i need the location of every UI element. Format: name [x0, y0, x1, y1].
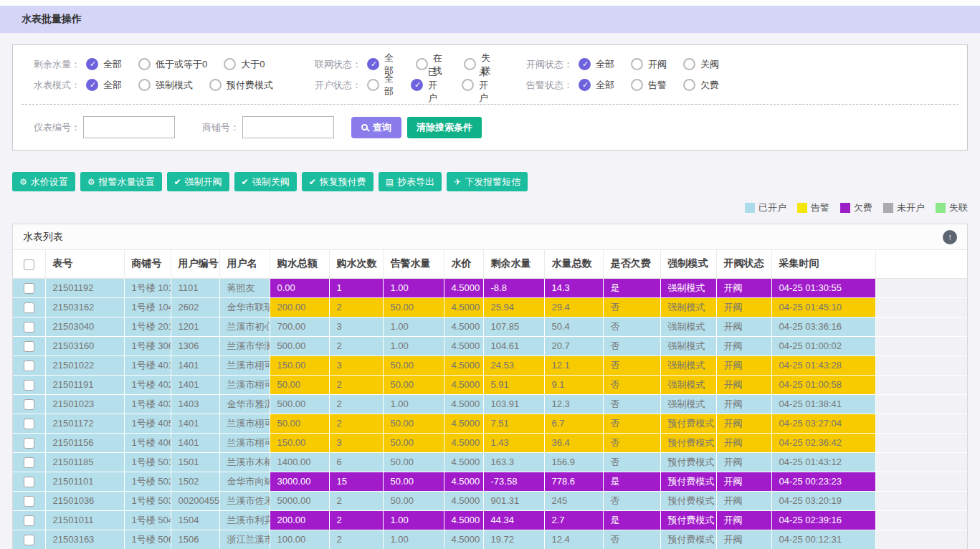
check-icon: ✔: [174, 177, 181, 187]
clear-search-button[interactable]: 清除搜索条件: [407, 117, 482, 138]
row-checkbox[interactable]: [24, 341, 34, 352]
cell-price: 4.5000: [444, 297, 483, 317]
radio-option-告警[interactable]: 告警: [631, 79, 667, 92]
table-row: 215010111号楼 5041504兰溪市利宾工200.0021.004.50…: [13, 510, 967, 530]
row-checkbox[interactable]: [24, 515, 34, 526]
cell-arrears: 否: [603, 394, 660, 414]
meter-export-button[interactable]: ▤抄表导出: [379, 172, 442, 191]
cell-alarm-volume: 1.00: [383, 336, 444, 355]
cell-arrears: 否: [603, 491, 660, 510]
cell-shop-no: 1号楼 502: [124, 472, 171, 491]
cell-total-volume: 778.6: [544, 472, 603, 491]
row-checkbox[interactable]: [24, 399, 34, 410]
table-row: 215010361号楼 50300200455兰溪市佐禾饭5000.00250.…: [13, 491, 967, 510]
cell-empty: [875, 375, 967, 394]
cell-user-name: 金华市雅淇工: [219, 394, 270, 414]
radio-unchecked-icon: [631, 58, 643, 70]
arrow-up-icon: ↑: [948, 232, 952, 242]
cell-alarm-volume: 50.00: [383, 472, 444, 491]
query-button[interactable]: 查询: [351, 117, 401, 138]
radio-option-未开户[interactable]: 未开户: [462, 66, 496, 105]
cell-purchase-count: 3: [329, 433, 383, 452]
radio-option-全部[interactable]: 全部: [367, 72, 394, 98]
radio-option-已开户[interactable]: 已开户: [411, 66, 445, 105]
send-alarm-sms-button[interactable]: ✈下发报警短信: [447, 172, 528, 191]
cell-purchase-total: 0.00: [270, 278, 329, 297]
radio-option-全部[interactable]: 全部: [86, 58, 122, 71]
radio-option-全部[interactable]: 全部: [579, 79, 614, 92]
radio-option-低于或等于0[interactable]: 低于或等于0: [138, 58, 207, 71]
shop-no-input[interactable]: [242, 116, 334, 138]
row-checkbox[interactable]: [24, 496, 34, 507]
cell-user-no: 1101: [171, 278, 219, 297]
cell-alarm-volume: 1.00: [383, 510, 444, 530]
row-checkbox[interactable]: [24, 457, 34, 468]
cell-arrears: 否: [603, 375, 660, 394]
force-open-valve-button[interactable]: ✔强制开阀: [167, 172, 229, 191]
row-checkbox[interactable]: [24, 361, 34, 371]
restore-prepaid-button[interactable]: ✔恢复预付费: [302, 172, 374, 191]
cell-total-volume: 12.3: [544, 394, 603, 414]
radio-checked-icon: [411, 79, 423, 91]
cell-alarm-volume: 50.00: [383, 355, 444, 375]
cell-arrears: 否: [603, 336, 660, 355]
row-checkbox[interactable]: [24, 419, 34, 429]
cell-valve-status: 开阀: [716, 452, 771, 472]
cell-purchase-total: 5000.00: [270, 491, 329, 510]
filter-group: 水表模式：全部强制模式预付费模式: [20, 79, 301, 92]
radio-option-强制模式[interactable]: 强制模式: [138, 79, 193, 92]
cell-empty: [875, 433, 967, 452]
row-checkbox[interactable]: [24, 535, 34, 545]
row-checkbox[interactable]: [24, 380, 34, 391]
filter-panel: 剩余水量：全部低于或等于0大于0联网状态：全部在线失联开阀状态：全部开阀关阀水表…: [12, 44, 968, 151]
row-checkbox-cell: [13, 375, 45, 394]
cell-valve-status: 开阀: [716, 510, 771, 530]
column-header-meter-no: 表号: [45, 250, 124, 278]
radio-option-关阀[interactable]: 关阀: [683, 58, 719, 71]
cell-alarm-volume: 50.00: [383, 491, 444, 510]
alarm-volume-settings-button[interactable]: ⚙报警水量设置: [80, 172, 162, 191]
legend-label: 欠费: [854, 201, 872, 214]
cell-empty: [875, 530, 967, 549]
query-button-label: 查询: [373, 121, 391, 134]
radio-option-预付费模式[interactable]: 预付费模式: [209, 79, 273, 92]
cell-purchase-count: 2: [329, 530, 383, 549]
cell-total-volume: 156.9: [544, 452, 603, 472]
radio-option-大于0[interactable]: 大于0: [224, 58, 265, 71]
row-checkbox[interactable]: [24, 322, 34, 333]
select-all-header-cell: [13, 250, 45, 278]
cell-collect-time: 04-25 00:23:23: [771, 472, 875, 491]
row-checkbox[interactable]: [24, 477, 34, 487]
select-all-checkbox[interactable]: [24, 259, 34, 270]
cell-user-no: 1201: [171, 317, 219, 336]
row-checkbox[interactable]: [24, 283, 34, 294]
cell-price: 4.5000: [444, 452, 483, 472]
table-row: 215031631号楼 5061506浙江兰溪市浙100.0021.004.50…: [13, 530, 967, 549]
panel-title: 水表列表: [23, 231, 63, 244]
cell-total-volume: 6.7: [544, 414, 603, 433]
cell-collect-time: 04-25 03:20:19: [771, 491, 875, 510]
radio-option-欠费[interactable]: 欠费: [683, 79, 719, 92]
page-title: 水表批量操作: [22, 13, 82, 26]
cell-purchase-total: 500.00: [270, 394, 329, 414]
meter-no-input[interactable]: [83, 116, 175, 138]
row-checkbox[interactable]: [24, 302, 34, 313]
toolbar-button-label: 强制开阀: [185, 176, 222, 188]
cell-alarm-volume: 50.00: [383, 414, 444, 433]
cell-empty: [875, 278, 967, 297]
radio-option-全部[interactable]: 全部: [86, 79, 122, 92]
cell-total-volume: 36.4: [544, 433, 603, 452]
force-close-valve-button[interactable]: ✔强制关阀: [234, 172, 297, 191]
column-header-purchase-total: 购水总额: [270, 250, 329, 278]
cell-purchase-count: 2: [329, 491, 383, 510]
cell-purchase-total: 150.00: [270, 355, 329, 375]
cell-mode: 强制模式: [660, 278, 716, 297]
scroll-top-button[interactable]: ↑: [943, 230, 957, 244]
cell-purchase-count: 2: [329, 510, 383, 530]
radio-option-开阀[interactable]: 开阀: [631, 58, 667, 71]
radio-option-全部[interactable]: 全部: [579, 58, 614, 71]
water-price-settings-button[interactable]: ⚙水价设置: [12, 172, 75, 191]
cell-price: 4.5000: [444, 472, 483, 491]
row-checkbox[interactable]: [24, 438, 34, 449]
radio-option-label: 未开户: [479, 66, 496, 105]
